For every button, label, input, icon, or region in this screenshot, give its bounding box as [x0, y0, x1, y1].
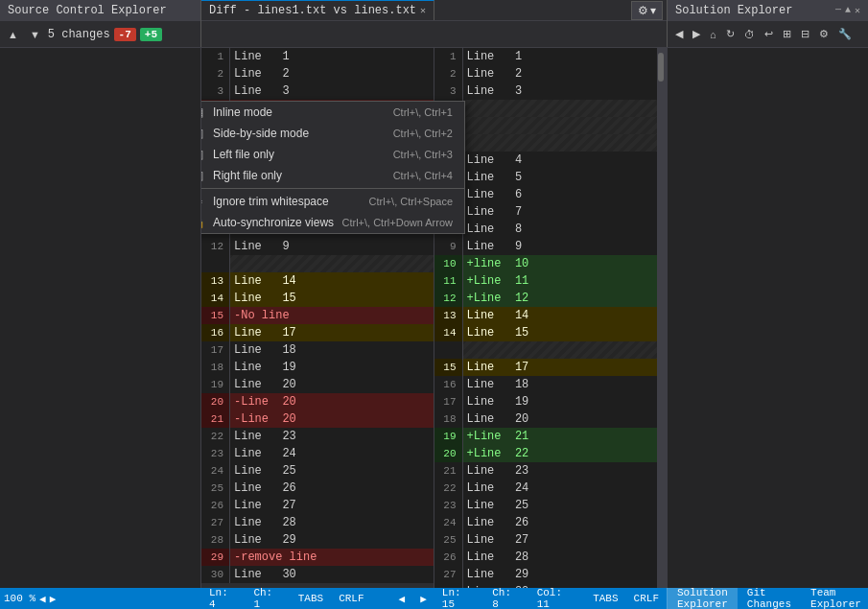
menu-item-label: Inline mode	[213, 105, 386, 119]
menu-item-icon: ⇌	[201, 195, 205, 208]
table-row: 14Line 15	[434, 324, 668, 341]
table-row: 5Line 5	[434, 169, 668, 186]
close-icon[interactable]: ✕	[420, 5, 426, 16]
navigate-down-button[interactable]: ▼	[26, 27, 44, 42]
table-row: 17Line 18	[201, 341, 434, 359]
diff-panel: 1Line 12Line 23Line 34-Line 35-Line 36-L…	[201, 48, 667, 588]
table-row: 27Line 29	[434, 566, 668, 583]
menu-item[interactable]: ▣Left file onlyCtrl+\, Ctrl+3	[201, 144, 464, 165]
close-icon[interactable]: ✕	[855, 5, 860, 16]
right-scrollbar-thumb	[658, 53, 664, 82]
table-row: 23Line 24	[201, 445, 434, 462]
team-explorer-tab[interactable]: Team Explorer	[801, 588, 868, 609]
menu-item-shortcut: Ctrl+\, Ctrl+Space	[369, 196, 453, 207]
table-row: 1Line 1	[201, 48, 434, 65]
menu-item-label: Ignore trim whitespace	[213, 195, 362, 208]
table-row: 15Line 17	[434, 359, 668, 376]
status-bar: 100 % ◀ ▶ Ln: 4 Ch: 1 TABS CRLF ◀ ▶ Ln: …	[0, 588, 868, 609]
navigate-up-button[interactable]: ▲	[4, 27, 22, 42]
solution-explorer-tab[interactable]: Solution Explorer	[668, 588, 738, 609]
diff-tab-label: Diff - lines1.txt vs lines.txt	[209, 4, 416, 17]
history-button[interactable]: ⏱	[740, 27, 759, 42]
nav-next-icon[interactable]: ▶	[50, 593, 57, 605]
table-row: 10+line 10	[434, 255, 668, 272]
table-row: 3Line 3	[201, 82, 434, 100]
diff-toolbar	[201, 21, 667, 47]
table-row: 11+Line 11	[434, 272, 668, 290]
table-row: 3Line 3	[434, 82, 668, 100]
table-row: 25Line 26	[201, 480, 434, 497]
table-row: 23Line 25	[434, 497, 668, 514]
menu-item-shortcut: Ctrl+\, Ctrl+4	[393, 170, 453, 181]
undo-button[interactable]: ↩	[761, 26, 777, 42]
table-row: 7Line 7	[434, 203, 668, 221]
added-badge: +5	[140, 28, 162, 41]
nav-prev-icon[interactable]: ◀	[39, 593, 46, 605]
menu-item[interactable]: ▤Inline modeCtrl+\, Ctrl+1	[201, 102, 464, 123]
table-row: 1Line 1	[434, 48, 668, 65]
right-scrollbar[interactable]	[657, 48, 667, 588]
split-button[interactable]: ⊟	[797, 26, 813, 42]
table-row: 19+Line 21	[434, 428, 668, 445]
expand-icon[interactable]: ▲	[845, 5, 851, 16]
gear-icon: ⚙	[638, 4, 648, 17]
menu-item[interactable]: ▣Right file onlyCtrl+\, Ctrl+4	[201, 165, 464, 186]
properties-button[interactable]: ⚙	[815, 26, 833, 42]
table-row: 9Line 9	[434, 238, 668, 255]
wrench-button[interactable]: 🔧	[834, 26, 856, 42]
gear-arrow-icon: ▾	[650, 4, 656, 17]
diff-settings-button[interactable]: ⚙ ▾	[631, 1, 663, 20]
git-changes-tab[interactable]: Git Changes	[738, 588, 801, 609]
diff-right-panel: 1Line 12Line 23Line 34Line 45Line 56Line…	[434, 48, 668, 588]
right-tabs: TABS	[593, 593, 618, 604]
menu-item-shortcut: Ctrl+\, Ctrl+1	[393, 106, 453, 118]
menu-item-icon: ▤	[201, 105, 205, 119]
table-row: 21-Line 20	[201, 410, 434, 428]
table-row: 26Line 28	[434, 549, 668, 566]
view-toggle-button[interactable]: ⊞	[779, 26, 795, 42]
solution-toolbar: ◀ ▶ ⌂ ↻ ⏱ ↩ ⊞ ⊟ ⚙ 🔧	[667, 21, 868, 47]
menu-item-icon: ▣	[201, 148, 205, 161]
table-row	[434, 134, 668, 152]
table-row: 24Line 25	[201, 462, 434, 480]
table-row: 22Line 24	[434, 480, 668, 497]
table-row: 20-Line 20	[201, 393, 434, 410]
table-row: 4Line 4	[434, 152, 668, 169]
left-ch: Ch: 1	[253, 587, 282, 609]
status-left: 100 % ◀ ▶	[0, 593, 201, 605]
back-button[interactable]: ◀	[671, 26, 687, 42]
nav-prev2-icon[interactable]: ◀	[399, 593, 406, 605]
diff-right-lines: 1Line 12Line 23Line 34Line 45Line 56Line…	[434, 48, 668, 588]
source-control-toolbar: ▲ ▼ 5 changes -7 +5	[0, 21, 201, 47]
solution-explorer-title: Solution Explorer ─ ▲ ✕	[667, 0, 868, 21]
zoom-level: 100 %	[4, 593, 35, 604]
table-row: 18Line 19	[201, 359, 434, 376]
menu-item[interactable]: ▥Side-by-side modeCtrl+\, Ctrl+2	[201, 123, 464, 144]
menu-item[interactable]: ⇌Ignore trim whitespaceCtrl+\, Ctrl+Spac…	[201, 191, 464, 212]
menu-item[interactable]: 🔒Auto-synchronize viewsCtrl+\, Ctrl+Down…	[201, 212, 464, 233]
left-tabs: TABS	[298, 593, 323, 604]
home-button[interactable]: ⌂	[706, 27, 720, 42]
table-row: 6Line 6	[434, 186, 668, 203]
table-row: 14Line 15	[201, 290, 434, 307]
menu-item-icon: ▣	[201, 169, 205, 182]
forward-button[interactable]: ▶	[689, 26, 704, 42]
table-row: 30Line 30	[201, 566, 434, 583]
left-ln: Ln: 4	[209, 587, 238, 609]
table-row: 17Line 19	[434, 393, 668, 410]
nav-next2-icon[interactable]: ▶	[420, 593, 427, 605]
status-right: Solution Explorer Git Changes Team Explo…	[667, 588, 868, 609]
diff-right-content[interactable]: 1Line 12Line 23Line 34Line 45Line 56Line…	[434, 48, 668, 588]
table-row	[434, 117, 668, 134]
refresh-button[interactable]: ↻	[722, 26, 739, 42]
menu-item-label: Side-by-side mode	[213, 127, 386, 140]
menu-item-icon: 🔒	[201, 216, 205, 229]
diff-tab[interactable]: Diff - lines1.txt vs lines.txt ✕	[201, 0, 434, 20]
table-row: 27Line 28	[201, 514, 434, 531]
table-row: 13Line 14	[201, 272, 434, 290]
menu-item-label: Left file only	[213, 148, 386, 161]
removed-badge: -7	[114, 28, 136, 41]
table-row: 2Line 2	[434, 65, 668, 82]
table-row: 16Line 18	[434, 376, 668, 393]
pin-icon[interactable]: ─	[835, 5, 841, 16]
